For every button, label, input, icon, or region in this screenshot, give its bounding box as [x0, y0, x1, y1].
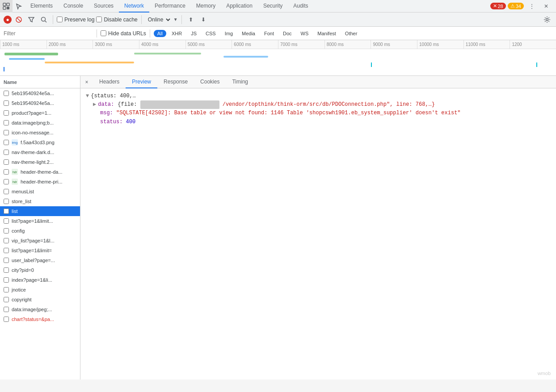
- list-item[interactable]: jnotice: [0, 285, 80, 295]
- list-item[interactable]: vip_list?page=1&l...: [0, 236, 80, 246]
- search-button[interactable]: [38, 14, 49, 25]
- json-toggle-root[interactable]: ▼: [86, 92, 89, 100]
- settings-button[interactable]: [542, 14, 552, 25]
- filter-type-other[interactable]: Other: [341, 30, 361, 37]
- list-item[interactable]: hdr header-theme-da...: [0, 167, 80, 177]
- error-badge[interactable]: ✕ 28: [490, 3, 506, 9]
- file-checkbox[interactable]: [4, 199, 9, 204]
- list-item-error[interactable]: chart?status=&pa...: [0, 314, 80, 324]
- filter-type-css[interactable]: CSS: [202, 30, 219, 37]
- disable-cache-label[interactable]: Disable cache: [96, 17, 137, 23]
- list-item[interactable]: store_list: [0, 196, 80, 206]
- tab-memory[interactable]: Memory: [191, 0, 221, 13]
- preserve-log-label[interactable]: Preserve log: [57, 17, 94, 23]
- tab-cookies[interactable]: Cookies: [194, 76, 226, 88]
- file-checkbox[interactable]: [4, 120, 9, 125]
- clear-button[interactable]: [13, 14, 24, 25]
- list-item-selected[interactable]: list: [0, 206, 80, 216]
- file-checkbox[interactable]: [4, 110, 9, 116]
- file-checkbox[interactable]: [4, 169, 9, 175]
- tab-performance[interactable]: Performance: [149, 0, 191, 13]
- filter-type-ws[interactable]: WS: [297, 30, 312, 37]
- file-checkbox[interactable]: [4, 238, 9, 243]
- list-item[interactable]: product?page=1...: [0, 108, 80, 118]
- file-checkbox[interactable]: [4, 297, 9, 302]
- filter-type-img[interactable]: Img: [221, 30, 236, 37]
- filter-input[interactable]: [4, 30, 93, 37]
- tab-preview[interactable]: Preview: [126, 76, 157, 88]
- tab-elements[interactable]: Elements: [25, 0, 58, 13]
- list-item-copyright[interactable]: copyright: [0, 295, 80, 304]
- tab-console[interactable]: Console: [58, 0, 88, 13]
- file-checkbox[interactable]: [4, 258, 9, 263]
- filter-type-doc[interactable]: Doc: [279, 30, 295, 37]
- tab-network[interactable]: Network: [119, 0, 149, 13]
- list-item[interactable]: user_label?page=...: [0, 255, 80, 265]
- list-item[interactable]: icon-no-message...: [0, 128, 80, 138]
- file-checkbox[interactable]: [4, 209, 9, 214]
- filter-type-font[interactable]: Font: [261, 30, 278, 37]
- close-devtools-button[interactable]: ✕: [540, 0, 552, 13]
- list-item[interactable]: 5eb19540924e5a...: [0, 98, 80, 108]
- file-checkbox[interactable]: [4, 159, 9, 165]
- json-key-data: data:: [98, 100, 114, 109]
- list-item[interactable]: config: [0, 226, 80, 236]
- filter-type-all[interactable]: All: [154, 30, 166, 37]
- tab-security[interactable]: Security: [258, 0, 288, 13]
- file-checkbox[interactable]: [4, 91, 9, 96]
- file-checkbox[interactable]: [4, 287, 9, 292]
- timeline-content[interactable]: [0, 49, 556, 76]
- list-item[interactable]: menusList: [0, 187, 80, 196]
- tab-headers[interactable]: Headers: [93, 76, 126, 88]
- import-button[interactable]: ⬆: [185, 14, 196, 25]
- warning-badge[interactable]: ⚠ 34: [508, 3, 524, 9]
- filter-toggle-button[interactable]: [26, 14, 37, 25]
- inspect-icon[interactable]: [13, 0, 25, 13]
- timeline-label-11000: 11000 ms: [463, 40, 510, 49]
- list-item[interactable]: img f.5aa43cd3.png: [0, 138, 80, 147]
- more-options-button[interactable]: ⋮: [526, 0, 538, 13]
- list-item[interactable]: city?pid=0: [0, 265, 80, 275]
- filter-type-js[interactable]: JS: [187, 30, 200, 37]
- preserve-log-checkbox[interactable]: [57, 17, 63, 22]
- file-checkbox[interactable]: [4, 140, 9, 145]
- file-checkbox[interactable]: [4, 189, 9, 194]
- list-item[interactable]: data:image/jpeg;...: [0, 304, 80, 314]
- tab-response[interactable]: Response: [157, 76, 194, 88]
- file-checkbox[interactable]: [4, 307, 9, 312]
- filter-type-media[interactable]: Media: [238, 30, 259, 37]
- hide-data-urls-label[interactable]: Hide data URLs: [101, 30, 146, 37]
- file-checkbox[interactable]: [4, 267, 9, 273]
- list-item[interactable]: list?page=1&limit...: [0, 216, 80, 226]
- file-checkbox[interactable]: [4, 277, 9, 283]
- file-checkbox[interactable]: [4, 228, 9, 234]
- list-item[interactable]: hdr header-theme-pri...: [0, 177, 80, 187]
- list-item[interactable]: nav-theme-dark.d...: [0, 147, 80, 157]
- json-toggle-data[interactable]: ▶: [93, 100, 96, 109]
- file-checkbox[interactable]: [4, 150, 9, 155]
- record-button[interactable]: ●: [4, 16, 12, 24]
- devtools-icon[interactable]: [0, 0, 13, 13]
- list-item[interactable]: index?page=1&li...: [0, 275, 80, 285]
- panel-close-button[interactable]: ×: [80, 76, 93, 88]
- tab-application[interactable]: Application: [221, 0, 258, 13]
- hide-data-urls-checkbox[interactable]: [101, 30, 106, 36]
- throttle-select[interactable]: Online: [145, 16, 172, 23]
- file-checkbox[interactable]: [4, 248, 9, 253]
- tab-sources[interactable]: Sources: [88, 0, 119, 13]
- filter-type-xhr[interactable]: XHR: [168, 30, 185, 37]
- file-checkbox[interactable]: [4, 179, 9, 184]
- export-button[interactable]: ⬇: [198, 14, 209, 25]
- tab-timing[interactable]: Timing: [226, 76, 254, 88]
- file-checkbox[interactable]: [4, 100, 9, 106]
- list-item[interactable]: data:image/png;b...: [0, 118, 80, 128]
- list-item[interactable]: list?page=1&limit=: [0, 246, 80, 255]
- file-checkbox[interactable]: [4, 130, 9, 135]
- filter-type-manifest[interactable]: Manifest: [314, 30, 340, 37]
- file-checkbox[interactable]: [4, 218, 9, 224]
- file-checkbox[interactable]: [4, 317, 9, 322]
- disable-cache-checkbox[interactable]: [96, 17, 102, 22]
- list-item[interactable]: nav-theme-light.2...: [0, 157, 80, 167]
- list-item[interactable]: 5eb19540924e5a...: [0, 88, 80, 98]
- tab-audits[interactable]: Audits: [288, 0, 313, 13]
